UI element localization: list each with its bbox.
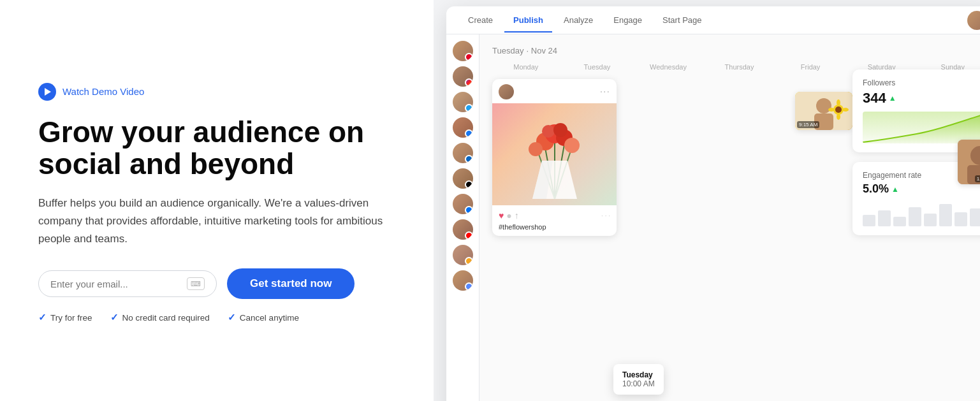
perk-label-1: Try for free xyxy=(50,313,92,323)
post-card: ··· xyxy=(492,79,617,236)
post-footer: ♥ ● ↑ · · · #theflowershop xyxy=(492,205,617,236)
sidebar-avatar-4[interactable] xyxy=(453,117,473,138)
sunflower-card: 9:15 AM xyxy=(795,92,852,130)
watch-demo-link[interactable]: Watch Demo Video xyxy=(38,83,395,101)
play-icon xyxy=(38,83,56,101)
followers-chart-svg xyxy=(863,112,980,143)
sidebar-avatar-6[interactable] xyxy=(453,168,473,189)
tab-engage[interactable]: Engage xyxy=(604,9,651,33)
email-input[interactable] xyxy=(50,279,182,289)
cal-monday: Monday xyxy=(492,63,560,71)
schedule-popup: Tuesday 10:00 AM xyxy=(613,364,664,395)
perk-no-card: ✓ No credit card required xyxy=(110,312,210,323)
svg-point-22 xyxy=(842,108,849,112)
sunflower-time: 9:15 AM xyxy=(797,121,819,128)
tab-create[interactable]: Create xyxy=(459,9,502,33)
share-icon: ↑ xyxy=(515,210,519,221)
eng-bar-6 xyxy=(939,204,952,226)
followers-value: 344 ▲ xyxy=(863,90,980,106)
app-nav: Create Publish Analyze Engage Start Page xyxy=(446,6,980,34)
app-date: Tuesday · Nov 24 xyxy=(492,45,980,55)
badge-pinterest xyxy=(465,53,473,61)
sidebar-avatar-10[interactable] xyxy=(453,270,473,291)
eng-bar-2 xyxy=(878,210,891,226)
email-input-wrapper: ⌨ xyxy=(38,270,217,297)
nav-tabs: Create Publish Analyze Engage Start Page xyxy=(459,8,711,32)
svg-point-18 xyxy=(835,106,842,113)
check-icon-1: ✓ xyxy=(38,312,47,323)
svg-point-20 xyxy=(837,113,840,120)
get-started-button[interactable]: Get started now xyxy=(227,268,355,299)
tab-startpage[interactable]: Start Page xyxy=(654,9,710,33)
heart-icon: ♥ xyxy=(499,210,504,221)
sidebar-avatar-5[interactable] xyxy=(453,143,473,163)
dot-icon: ● xyxy=(506,210,511,221)
watch-demo-label: Watch Demo Video xyxy=(62,86,144,97)
post-options-icon[interactable]: ··· xyxy=(600,86,610,98)
app-main: Tuesday · Nov 24 Monday Tuesday Wednesda… xyxy=(479,34,980,401)
sunflower-image: 9:15 AM xyxy=(795,92,852,130)
badge-blue3 xyxy=(465,282,473,291)
svg-point-11 xyxy=(553,123,567,137)
svg-point-19 xyxy=(837,99,840,106)
post-caption: #theflowershop xyxy=(499,223,610,231)
eng-bar-8 xyxy=(970,208,980,226)
post-more: · · · xyxy=(601,212,610,219)
eng-bar-7 xyxy=(954,212,967,226)
badge-instagram xyxy=(465,78,473,87)
svg-point-15 xyxy=(816,98,831,113)
badge-youtube xyxy=(465,231,473,240)
sidebar-avatar-8[interactable] xyxy=(453,219,473,240)
thumbnail-time: 12:20 PM xyxy=(975,175,980,182)
app-body: Tuesday · Nov 24 Monday Tuesday Wednesda… xyxy=(446,34,980,401)
sidebar-avatar-9[interactable] xyxy=(453,245,473,265)
app-mockup: Create Publish Analyze Engage Start Page xyxy=(446,6,980,401)
engagement-value: 5.0% ▲ xyxy=(863,182,980,196)
tab-publish[interactable]: Publish xyxy=(504,9,552,33)
schedule-day: Tuesday xyxy=(622,370,655,379)
hero-headline: Grow your audience on social and beyond xyxy=(38,116,395,180)
perk-free: ✓ Try for free xyxy=(38,312,92,323)
badge-orange xyxy=(465,257,473,265)
eng-bar-5 xyxy=(924,214,937,226)
sidebar-avatar-1[interactable] xyxy=(453,41,473,61)
engagement-trend: ▲ xyxy=(891,185,899,194)
badge-tiktok xyxy=(465,180,473,189)
date-sub: · Nov 24 xyxy=(527,46,557,55)
badge-facebook xyxy=(465,129,473,138)
svg-point-10 xyxy=(542,125,555,138)
check-icon-3: ✓ xyxy=(228,312,236,323)
cal-thursday: Thursday xyxy=(706,63,773,71)
cal-friday: Friday xyxy=(777,63,844,71)
flower-svg xyxy=(520,110,590,199)
tab-analyze[interactable]: Analyze xyxy=(555,9,602,33)
sidebar-avatars xyxy=(446,34,479,401)
followers-label: Followers xyxy=(863,78,980,87)
nav-user-avatar[interactable] xyxy=(967,11,980,30)
eng-bar-4 xyxy=(909,207,921,226)
post-avatar xyxy=(499,84,514,99)
badge-linkedin xyxy=(465,155,473,163)
post-image xyxy=(492,103,617,205)
perk-cancel: ✓ Cancel anytime xyxy=(228,312,299,323)
sidebar-avatar-2[interactable] xyxy=(453,66,473,87)
badge-twitter xyxy=(465,104,473,112)
check-icon-2: ✓ xyxy=(110,312,119,323)
date-label: Tuesday xyxy=(492,46,523,55)
followers-chart xyxy=(863,112,980,143)
thumbnail-card: 12:20 PM xyxy=(958,140,980,184)
sidebar-avatar-3[interactable] xyxy=(453,92,473,112)
badge-blue2 xyxy=(465,206,473,214)
svg-point-9 xyxy=(564,138,580,153)
post-likes-row: ♥ ● ↑ · · · xyxy=(499,210,610,221)
engagement-bars xyxy=(863,201,980,226)
left-panel: Watch Demo Video Grow your audience on s… xyxy=(0,0,434,401)
perks-row: ✓ Try for free ✓ No credit card required… xyxy=(38,312,395,323)
cal-wednesday: Wednesday xyxy=(634,63,702,71)
keyboard-icon: ⌨ xyxy=(187,277,205,290)
hero-description: Buffer helps you build an audience organ… xyxy=(38,194,395,248)
svg-point-21 xyxy=(828,108,835,112)
perk-label-3: Cancel anytime xyxy=(240,313,299,323)
sidebar-avatar-7[interactable] xyxy=(453,194,473,214)
cal-tuesday: Tuesday xyxy=(564,63,631,71)
